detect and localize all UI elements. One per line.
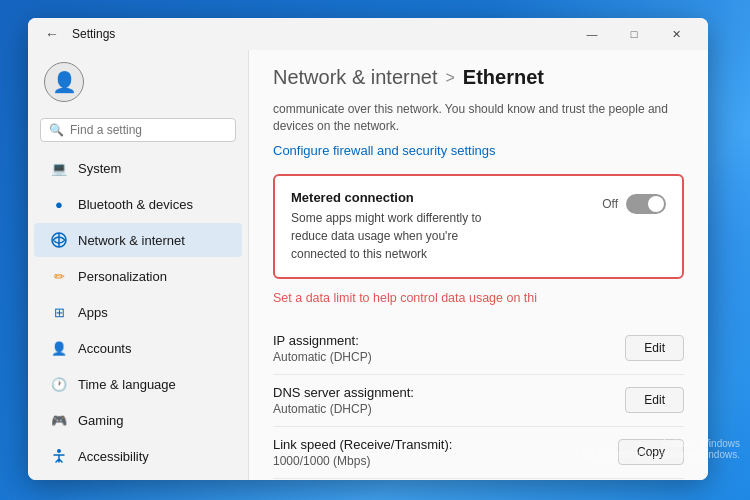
sidebar-item-network[interactable]: Network & internet xyxy=(34,223,242,257)
desktop: ← Settings — □ ✕ 👤 🔍 xyxy=(0,0,750,500)
breadcrumb-separator: > xyxy=(446,69,455,87)
maximize-button[interactable]: □ xyxy=(614,20,654,48)
ip-assignment-value: Automatic (DHCP) xyxy=(273,350,625,364)
title-bar: ← Settings — □ ✕ xyxy=(28,18,708,50)
title-bar-left: ← Settings xyxy=(40,22,115,46)
breadcrumb: Network & internet > Ethernet xyxy=(273,50,684,101)
breadcrumb-parent: Network & internet xyxy=(273,66,438,89)
dns-assignment-edit-button[interactable]: Edit xyxy=(625,387,684,413)
close-button[interactable]: ✕ xyxy=(656,20,696,48)
window-controls: — □ ✕ xyxy=(572,20,696,48)
dns-assignment-label: DNS server assignment: xyxy=(273,385,625,400)
sidebar-item-label: System xyxy=(78,161,121,176)
metered-toggle-switch[interactable] xyxy=(626,194,666,214)
window-title: Settings xyxy=(72,27,115,41)
sidebar-item-label: Gaming xyxy=(78,413,124,428)
settings-window: ← Settings — □ ✕ 👤 🔍 xyxy=(28,18,708,480)
sidebar-item-label: Network & internet xyxy=(78,233,185,248)
search-input[interactable] xyxy=(70,123,227,137)
ip-assignment-edit-button[interactable]: Edit xyxy=(625,335,684,361)
breadcrumb-current: Ethernet xyxy=(463,66,544,89)
metered-description: Some apps might work differently to redu… xyxy=(291,209,491,263)
sidebar-item-accounts[interactable]: 👤 Accounts xyxy=(34,331,242,365)
link-speed-label: Link speed (Receive/Transmit): xyxy=(273,437,618,452)
metered-connection-card: Metered connection Some apps might work … xyxy=(273,174,684,279)
link-speed-value: 1000/1000 (Mbps) xyxy=(273,454,618,468)
accessibility-icon xyxy=(50,447,68,465)
personalization-icon: ✏ xyxy=(50,267,68,285)
time-icon: 🕐 xyxy=(50,375,68,393)
ip-assignment-row: IP assignment: Automatic (DHCP) Edit xyxy=(273,323,684,375)
ipv6-row: Link-local IPv6 address: xyxy=(273,479,684,480)
avatar-area: 👤 xyxy=(28,50,248,114)
sidebar-item-label: Accounts xyxy=(78,341,131,356)
dns-assignment-row: DNS server assignment: Automatic (DHCP) … xyxy=(273,375,684,427)
link-speed-left: Link speed (Receive/Transmit): 1000/1000… xyxy=(273,437,618,468)
system-icon: 💻 xyxy=(50,159,68,177)
search-icon: 🔍 xyxy=(49,123,64,137)
metered-text-area: Metered connection Some apps might work … xyxy=(291,190,491,263)
data-limit-link[interactable]: Set a data limit to help control data us… xyxy=(273,291,684,305)
network-icon xyxy=(50,231,68,249)
dns-assignment-left: DNS server assignment: Automatic (DHCP) xyxy=(273,385,625,416)
ip-assignment-label: IP assignment: xyxy=(273,333,625,348)
network-description: communicate over this network. You shoul… xyxy=(273,101,684,135)
firewall-link[interactable]: Configure firewall and security settings xyxy=(273,143,684,158)
sidebar-item-time[interactable]: 🕐 Time & language xyxy=(34,367,242,401)
metered-toggle-area: Off xyxy=(602,194,666,214)
right-panel: Network & internet > Ethernet communicat… xyxy=(248,50,708,480)
sidebar-item-privacy[interactable]: 🛡 Privacy & security xyxy=(34,475,242,480)
toggle-label: Off xyxy=(602,197,618,211)
search-box: 🔍 xyxy=(40,118,236,142)
sidebar-item-label: Accessibility xyxy=(78,449,149,464)
ip-assignment-left: IP assignment: Automatic (DHCP) xyxy=(273,333,625,364)
sidebar-item-label: Bluetooth & devices xyxy=(78,197,193,212)
sidebar-item-apps[interactable]: ⊞ Apps xyxy=(34,295,242,329)
sidebar-item-label: Apps xyxy=(78,305,108,320)
apps-icon: ⊞ xyxy=(50,303,68,321)
toggle-knob xyxy=(648,196,664,212)
sidebar-item-personalization[interactable]: ✏ Personalization xyxy=(34,259,242,293)
gaming-icon: 🎮 xyxy=(50,411,68,429)
sidebar-item-gaming[interactable]: 🎮 Gaming xyxy=(34,403,242,437)
svg-point-2 xyxy=(57,449,61,453)
dns-assignment-value: Automatic (DHCP) xyxy=(273,402,625,416)
minimize-button[interactable]: — xyxy=(572,20,612,48)
bluetooth-icon: ● xyxy=(50,195,68,213)
activate-windows-watermark: Activate WindowsGo to Settings to activa… xyxy=(582,438,740,460)
sidebar-item-system[interactable]: 💻 System xyxy=(34,151,242,185)
sidebar-item-label: Time & language xyxy=(78,377,176,392)
sidebar: 👤 🔍 💻 System ● Bluetooth & devices xyxy=(28,50,248,480)
avatar[interactable]: 👤 xyxy=(44,62,84,102)
sidebar-item-bluetooth[interactable]: ● Bluetooth & devices xyxy=(34,187,242,221)
sidebar-item-accessibility[interactable]: Accessibility xyxy=(34,439,242,473)
main-content: 👤 🔍 💻 System ● Bluetooth & devices xyxy=(28,50,708,480)
sidebar-item-label: Personalization xyxy=(78,269,167,284)
accounts-icon: 👤 xyxy=(50,339,68,357)
metered-title: Metered connection xyxy=(291,190,491,205)
back-button[interactable]: ← xyxy=(40,22,64,46)
